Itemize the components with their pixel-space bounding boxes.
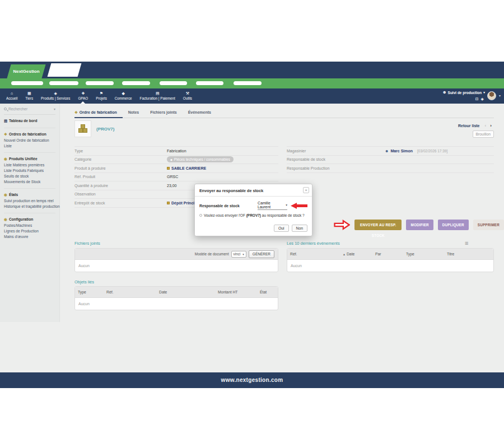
field-categorie: Catégorie ◆ Pièces techniques / consomma… — [74, 156, 278, 165]
sidebar-section-produits-unifiee[interactable]: ◉Produits Unifiée — [4, 156, 55, 162]
tab-notes[interactable]: Notes — [123, 108, 144, 118]
empty-row: Aucun — [75, 260, 278, 272]
tab-ordre-de-fabrication[interactable]: ❖Ordre de fabrication — [74, 108, 123, 118]
column-header[interactable]: Montant HT — [215, 290, 257, 294]
sidebar-item-dashboard[interactable]: ▤Tableau de bord — [4, 118, 55, 124]
column-header-label: Date — [347, 252, 354, 256]
sidebar-item-suivi-production[interactable]: Suivi production en temps réel — [4, 198, 55, 204]
sidebar-item-liste-of[interactable]: Liste — [4, 143, 55, 149]
yes-button[interactable]: Oui — [274, 225, 289, 232]
nav-facturation[interactable]: ▤ Facturation | Paiement — [136, 88, 179, 104]
nav-commerce[interactable]: ◆ Commerce — [111, 88, 136, 104]
column-header[interactable]: Type — [403, 252, 444, 256]
column-header[interactable]: Réf. — [287, 252, 340, 256]
field-magasinier: Magasinier ☻ Marc Simon [03/02/2026 17:3… — [287, 147, 494, 156]
user-icon: ☻ — [385, 149, 389, 153]
user-menu[interactable]: ⊕ Suivi de production ▾ — [443, 90, 485, 95]
field-label: Entrepôt de stock — [74, 201, 167, 205]
tag-icon: ◆ — [170, 158, 172, 161]
sidebar-section-etats[interactable]: ◉États — [4, 192, 55, 198]
delete-button[interactable]: SUPPRIMER — [473, 220, 504, 230]
shield-icon[interactable]: ◈ — [481, 97, 484, 101]
radio-button[interactable] — [199, 214, 202, 217]
document-template-label: Modèle de document — [195, 252, 229, 256]
menu-icon[interactable]: ≡ — [465, 240, 468, 246]
footer-url[interactable]: www.nextgestion.com — [221, 377, 283, 383]
action-buttons: ENVOYER AU RESP. STOCK MODIFIER DUPLIQUE… — [334, 218, 504, 231]
nav-projets[interactable]: ⚑ Projets — [92, 88, 111, 104]
column-header[interactable]: Réf. — [104, 290, 156, 294]
column-header-date[interactable]: ▲Date — [340, 252, 372, 256]
user-link[interactable]: ☻ Marc Simon [03/02/2026 17:39] — [385, 149, 447, 153]
close-icon[interactable]: × — [303, 187, 309, 193]
menu-pill — [49, 81, 78, 85]
column-header[interactable]: Par — [372, 252, 403, 256]
question-text: Voulez-vous envoyer l'OF (PROV7) au resp… — [204, 213, 305, 217]
search-icon — [4, 108, 7, 110]
nav-accueil[interactable]: ⌂ Accueil — [2, 88, 21, 104]
sidebar-item-lignes-production[interactable]: Lignes de Production — [4, 228, 55, 234]
avatar[interactable] — [487, 91, 496, 100]
field-value: GRSC — [167, 175, 178, 179]
nav-outils[interactable]: ⚒ Outils — [179, 88, 196, 104]
menu-pill — [196, 81, 223, 85]
sidebar: Rechercher ▾ ▤Tableau de bord ❖Ordres de… — [0, 104, 60, 322]
events-title: Les 10 derniers événements — [287, 241, 340, 246]
no-button[interactable]: Non — [292, 225, 307, 232]
sidebar-item-historique-tracabilite[interactable]: Historique et traçabilité production — [4, 204, 55, 209]
field-label: Quantité à produire — [74, 184, 167, 188]
tab-evenements[interactable]: Événements — [183, 108, 217, 118]
column-header[interactable]: Date — [156, 290, 215, 294]
chevron-right-icon[interactable]: › — [490, 123, 492, 128]
duplicate-button[interactable]: DUPLIQUER — [438, 220, 469, 230]
question-ref: (PROV7) — [246, 213, 261, 217]
app-logo[interactable]: NextGestion — [7, 64, 45, 78]
commerce-icon: ◆ — [122, 91, 125, 96]
nav-gpao[interactable]: ❖ GPAO — [74, 88, 92, 104]
sidebar-item-seuils-stock[interactable]: Seuils de stock — [4, 174, 55, 179]
sidebar-section-ordres-fabrication[interactable]: ❖Ordres de fabrication — [4, 131, 55, 138]
chevron-down-icon: ▾ — [286, 203, 287, 207]
sidebar-item-mouvements-stock[interactable]: Mouvements de Stock — [4, 179, 55, 185]
column-header[interactable]: Type — [75, 290, 104, 294]
globe-icon: ⊕ — [443, 90, 446, 95]
product-link[interactable]: SABLE CARRIERE — [167, 166, 206, 170]
menu-pill — [234, 81, 262, 85]
sidebar-item-label: Suivi production en temps réel — [4, 199, 54, 203]
field-label: Produit à produire — [74, 166, 167, 170]
sidebar-item-mains-oeuvre[interactable]: Mains d'œuvre — [4, 234, 55, 240]
column-header[interactable]: Titre — [444, 252, 454, 256]
chevron-left-icon[interactable]: ‹ — [485, 123, 487, 128]
sidebar-item-produits-fabriques[interactable]: Liste Produits Fabriqués — [4, 168, 55, 174]
cubes-icon — [83, 128, 87, 133]
modify-button[interactable]: MODIFIER — [406, 220, 433, 230]
field-label: Type — [74, 149, 167, 153]
print-icon[interactable]: ⊟ — [475, 97, 479, 101]
document-template-select[interactable]: vinci ▾ — [231, 251, 246, 258]
content-area — [0, 104, 504, 372]
cubes-icon: ❖ — [4, 131, 9, 138]
sidebar-item-matieres-premieres[interactable]: Liste Matières premières — [4, 162, 55, 168]
sidebar-search[interactable]: Rechercher ▾ — [4, 104, 55, 115]
tab-label: Notes — [128, 110, 139, 114]
generate-button[interactable]: GÉNÉRER — [249, 250, 274, 258]
sidebar-item-nouvel-of[interactable]: Nouvel Ordre de fabrication — [4, 138, 55, 143]
sidebar-item-label: Historique et traçabilité production — [4, 204, 60, 208]
nav-tiers[interactable]: ▦ Tiers — [21, 88, 37, 104]
sidebar-item-postes-machines[interactable]: Postes/Machines — [4, 223, 55, 228]
send-to-stock-manager-button[interactable]: ENVOYER AU RESP. STOCK — [354, 220, 402, 230]
cubes-icon: ❖ — [81, 91, 85, 96]
nav-label: Projets — [96, 96, 107, 101]
nav-produits-services[interactable]: ◈ Produits | Services — [37, 88, 74, 104]
stock-manager-select[interactable]: Camille Laurent ▾ — [258, 201, 287, 210]
question-before: Voulez-vous envoyer l'OF — [204, 213, 246, 217]
attachments-table: Modèle de document vinci ▾ GÉNÉRER Aucun — [74, 248, 278, 272]
sidebar-item-label: Lignes de Production — [4, 229, 39, 233]
field-produit-a-produire: Produit à produire SABLE CARRIERE — [74, 164, 278, 173]
column-header[interactable]: État — [257, 290, 267, 294]
dialog-title: Envoyer au responsable de stock — [195, 184, 312, 197]
back-to-list-link[interactable]: Retour liste ‹ › — [458, 123, 492, 128]
tab-fichiers-joints[interactable]: Fichiers joints — [144, 108, 182, 118]
nav-label: Commerce — [115, 96, 132, 101]
sidebar-section-configuration[interactable]: ◉Configuration — [4, 216, 55, 223]
